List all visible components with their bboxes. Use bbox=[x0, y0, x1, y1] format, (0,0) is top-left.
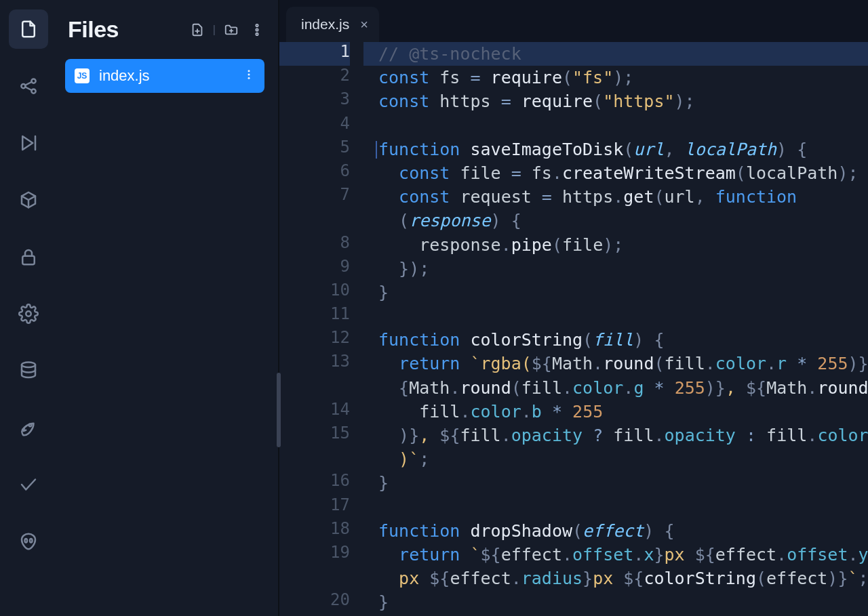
code-line[interactable]: fill.color.b * 255 bbox=[363, 400, 868, 424]
activity-bar bbox=[0, 0, 57, 616]
code-line[interactable]: // @ts-nocheck bbox=[363, 42, 868, 66]
code-line[interactable]: const https = require("https"); bbox=[363, 89, 868, 113]
package-icon[interactable] bbox=[9, 180, 48, 220]
editor-body[interactable]: 1234567891011121314151617181920 // @ts-n… bbox=[279, 42, 868, 616]
new-file-icon[interactable] bbox=[189, 21, 206, 39]
code-line[interactable]: }); bbox=[363, 257, 868, 281]
code-line[interactable]: const fs = require("fs"); bbox=[363, 66, 868, 89]
line-number: 1 bbox=[279, 42, 350, 66]
line-number: 16 bbox=[279, 471, 350, 495]
line-number: 5 bbox=[279, 138, 350, 161]
svg-point-4 bbox=[26, 311, 31, 316]
lock-icon[interactable] bbox=[9, 237, 48, 276]
svg-point-9 bbox=[256, 24, 258, 26]
deploy-icon[interactable] bbox=[9, 408, 48, 447]
code-line[interactable] bbox=[363, 304, 868, 328]
code-line[interactable]: function dropShadow(effect) { bbox=[363, 519, 868, 543]
files-title: Files bbox=[68, 16, 119, 43]
code-line[interactable]: } bbox=[363, 590, 868, 614]
files-panel: Files | JS index.js bbox=[57, 0, 279, 616]
line-number: 14 bbox=[279, 400, 350, 424]
line-number bbox=[279, 567, 350, 590]
svg-point-13 bbox=[248, 74, 250, 76]
line-number: 9 bbox=[279, 257, 350, 281]
close-icon[interactable]: × bbox=[360, 18, 368, 31]
share-icon[interactable] bbox=[9, 66, 48, 106]
line-number: 17 bbox=[279, 495, 350, 519]
svg-point-5 bbox=[22, 363, 35, 368]
js-badge-icon: JS bbox=[75, 68, 90, 83]
line-number: 20 bbox=[279, 590, 350, 614]
line-number: 15 bbox=[279, 424, 350, 447]
code-line[interactable]: return `${effect.offset.x}px ${effect.of… bbox=[363, 543, 868, 567]
file-list: JS index.js bbox=[61, 59, 269, 93]
line-number: 18 bbox=[279, 519, 350, 543]
code-line[interactable]: function saveImageToDisk(url, localPath)… bbox=[363, 138, 868, 161]
alien-icon[interactable] bbox=[9, 522, 48, 561]
code-content[interactable]: // @ts-nocheckconst fs = require("fs");c… bbox=[363, 42, 868, 616]
code-line[interactable]: (response) { bbox=[363, 209, 868, 232]
code-line[interactable]: function colorString(fill) { bbox=[363, 328, 868, 352]
line-number bbox=[279, 447, 350, 471]
code-line[interactable]: )`; bbox=[363, 447, 868, 471]
tab-label: index.js bbox=[301, 16, 349, 33]
svg-point-6 bbox=[29, 424, 32, 426]
new-folder-icon[interactable] bbox=[222, 21, 240, 39]
check-icon[interactable] bbox=[9, 465, 48, 504]
svg-point-8 bbox=[30, 539, 33, 543]
line-number bbox=[279, 376, 350, 400]
more-icon[interactable] bbox=[248, 21, 266, 39]
tab-bar: index.js × bbox=[279, 0, 868, 42]
svg-point-11 bbox=[256, 33, 258, 35]
code-line[interactable]: response.pipe(file); bbox=[363, 233, 868, 257]
database-icon[interactable] bbox=[9, 351, 48, 390]
files-icon[interactable] bbox=[9, 9, 48, 49]
line-gutter: 1234567891011121314151617181920 bbox=[279, 42, 363, 616]
line-number: 6 bbox=[279, 161, 350, 185]
code-line[interactable]: const file = fs.createWriteStream(localP… bbox=[363, 161, 868, 185]
code-line[interactable]: } bbox=[363, 471, 868, 495]
code-line[interactable] bbox=[363, 114, 868, 138]
line-number: 2 bbox=[279, 66, 350, 89]
line-number bbox=[279, 209, 350, 232]
code-line[interactable]: )}, ${fill.opacity ? fill.opacity : fill… bbox=[363, 424, 868, 447]
line-number: 7 bbox=[279, 185, 350, 209]
line-number: 10 bbox=[279, 281, 350, 304]
run-icon[interactable] bbox=[9, 123, 48, 163]
line-number: 8 bbox=[279, 233, 350, 257]
separator: | bbox=[213, 24, 216, 36]
svg-point-10 bbox=[256, 28, 258, 30]
file-item-indexjs[interactable]: JS index.js bbox=[65, 59, 264, 93]
code-line[interactable]: } bbox=[363, 281, 868, 304]
line-number: 11 bbox=[279, 304, 350, 328]
code-line[interactable] bbox=[363, 495, 868, 519]
code-line[interactable]: px ${effect.radius}px ${colorString(effe… bbox=[363, 567, 868, 590]
svg-point-14 bbox=[248, 77, 250, 79]
panel-resize-handle[interactable] bbox=[277, 373, 281, 447]
code-line[interactable]: return `rgba(${Math.round(fill.color.r *… bbox=[363, 352, 868, 375]
line-number: 3 bbox=[279, 89, 350, 113]
file-more-icon[interactable] bbox=[243, 67, 255, 85]
tab-indexjs[interactable]: index.js × bbox=[286, 7, 379, 42]
svg-point-12 bbox=[248, 70, 250, 72]
file-name: index.js bbox=[99, 67, 150, 85]
line-number: 12 bbox=[279, 328, 350, 352]
files-header: Files | bbox=[61, 9, 269, 59]
editor-area: index.js × 12345678910111213141516171819… bbox=[279, 0, 868, 616]
gear-icon[interactable] bbox=[9, 294, 48, 333]
line-number: 19 bbox=[279, 543, 350, 567]
svg-point-7 bbox=[25, 539, 28, 543]
line-number: 13 bbox=[279, 352, 350, 375]
code-line[interactable]: {Math.round(fill.color.g * 255)}, ${Math… bbox=[363, 376, 868, 400]
files-actions: | bbox=[189, 21, 266, 39]
code-line[interactable]: const request = https.get(url, function bbox=[363, 185, 868, 209]
line-number: 4 bbox=[279, 114, 350, 138]
svg-rect-3 bbox=[22, 256, 35, 265]
